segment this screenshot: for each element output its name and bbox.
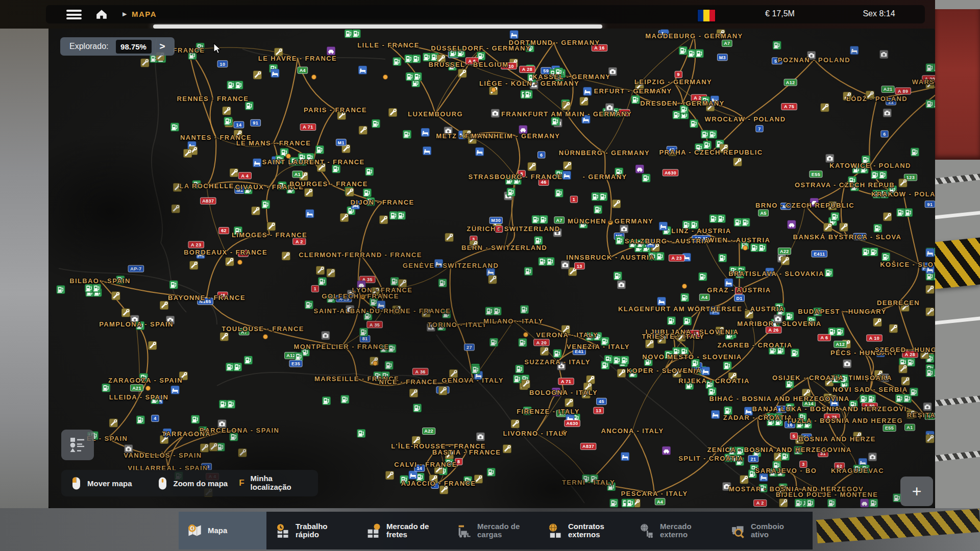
road-badge-red[interactable]: 62 <box>835 463 845 469</box>
service-station-icon[interactable] <box>412 436 421 445</box>
rest-stop-icon[interactable] <box>271 69 279 78</box>
service-station-icon[interactable] <box>488 275 497 284</box>
city-dot[interactable] <box>743 246 748 251</box>
road-badge-green[interactable]: E55 <box>883 425 896 432</box>
fuel-station-icon[interactable] <box>327 294 335 303</box>
fuel-station-icon[interactable] <box>648 252 657 261</box>
dealer-icon[interactable] <box>519 125 527 134</box>
service-station-icon[interactable] <box>230 168 238 177</box>
rest-stop-icon[interactable] <box>711 410 720 419</box>
road-badge-blue[interactable]: 51 <box>772 58 782 64</box>
fuel-station-icon[interactable] <box>305 300 313 309</box>
fuel-station-icon[interactable] <box>680 105 689 114</box>
fuel-station-icon[interactable] <box>910 388 918 396</box>
speed-camera-icon[interactable] <box>217 419 226 428</box>
fuel-station-icon[interactable] <box>555 189 564 197</box>
service-station-icon[interactable] <box>429 474 438 483</box>
fuel-station-icon[interactable] <box>620 356 629 365</box>
rest-stop-icon[interactable] <box>760 473 768 482</box>
road-badge-red[interactable]: 9 <box>735 287 742 294</box>
fuel-station-icon[interactable] <box>824 268 833 277</box>
rest-stop-icon[interactable] <box>475 147 484 156</box>
fuel-station-icon[interactable] <box>672 347 681 356</box>
rest-stop-icon[interactable] <box>351 201 360 209</box>
fuel-station-icon[interactable] <box>807 316 816 325</box>
speed-camera-icon[interactable] <box>427 323 435 332</box>
fuel-station-icon[interactable] <box>852 165 861 173</box>
service-station-icon[interactable] <box>173 183 182 192</box>
fuel-station-icon[interactable] <box>934 368 936 377</box>
road-badge-blue[interactable]: N165 <box>198 298 213 305</box>
speed-camera-icon[interactable] <box>166 316 175 324</box>
road-badge-red[interactable]: 1 <box>570 196 577 203</box>
road-badge-blue[interactable]: 6 <box>881 131 888 137</box>
road-badge-green[interactable]: A21 <box>881 86 894 92</box>
fuel-station-icon[interactable] <box>734 218 743 227</box>
speed-camera-icon[interactable] <box>321 331 330 340</box>
fuel-station-icon[interactable] <box>523 407 532 415</box>
fuel-station-icon[interactable] <box>690 220 699 229</box>
road-badge-red[interactable]: 31 <box>818 450 828 457</box>
fuel-station-icon[interactable] <box>827 499 836 508</box>
fuel-station-icon[interactable] <box>345 30 353 38</box>
tab-mercado-de-cargas[interactable]: Mercado de cargas <box>448 512 539 549</box>
fuel-station-icon[interactable] <box>798 413 807 421</box>
tab-mercado-de-fretes[interactable]: Mercado de fretes <box>357 512 448 549</box>
city-dot[interactable] <box>492 88 496 92</box>
road-badge-blue[interactable]: 14 <box>414 465 425 471</box>
fuel-station-icon[interactable] <box>359 328 368 336</box>
service-station-icon[interactable] <box>926 80 935 89</box>
service-station-icon[interactable] <box>304 188 313 197</box>
fuel-station-icon[interactable] <box>599 192 607 201</box>
road-badge-blue[interactable]: AP-7 <box>128 265 144 272</box>
home-icon[interactable] <box>95 8 108 20</box>
rest-stop-icon[interactable] <box>562 171 571 180</box>
fuel-station-icon[interactable] <box>191 415 200 423</box>
service-station-icon[interactable] <box>253 70 262 79</box>
fuel-station-icon[interactable] <box>381 371 390 380</box>
fuel-station-icon[interactable] <box>380 344 388 353</box>
fuel-station-icon[interactable] <box>234 227 242 235</box>
rest-stop-icon[interactable] <box>253 159 261 167</box>
fuel-station-icon[interactable] <box>298 153 307 162</box>
fuel-station-icon[interactable] <box>853 465 862 473</box>
fuel-station-icon[interactable] <box>667 316 676 325</box>
service-station-icon[interactable] <box>225 257 234 266</box>
service-station-icon[interactable] <box>843 92 851 101</box>
service-station-icon[interactable] <box>317 163 326 172</box>
road-badge-blue[interactable]: 91 <box>251 119 261 126</box>
fuel-station-icon[interactable] <box>795 499 803 508</box>
service-station-icon[interactable] <box>438 387 447 395</box>
fuel-station-icon[interactable] <box>612 356 621 365</box>
road-badge-red[interactable]: A 26 <box>766 327 781 333</box>
road-badge-green[interactable]: A7 <box>239 329 249 335</box>
fuel-station-icon[interactable] <box>278 182 286 190</box>
fuel-station-icon[interactable] <box>926 368 935 377</box>
fuel-station-icon[interactable] <box>230 433 238 441</box>
service-station-icon[interactable] <box>906 410 915 419</box>
rest-stop-icon[interactable] <box>766 268 774 277</box>
service-station-icon[interactable] <box>398 279 407 288</box>
fuel-station-icon[interactable] <box>442 310 451 318</box>
road-badge-green[interactable]: A1 <box>292 171 303 178</box>
fuel-station-icon[interactable] <box>518 338 527 347</box>
dealer-icon[interactable] <box>327 46 335 55</box>
fuel-station-icon[interactable] <box>642 173 650 182</box>
fuel-station-icon[interactable] <box>315 145 324 154</box>
fuel-station-icon[interactable] <box>57 285 65 294</box>
road-badge-red[interactable]: 9 <box>675 71 682 78</box>
fuel-station-icon[interactable] <box>708 387 717 396</box>
fuel-station-icon[interactable] <box>322 396 331 405</box>
speed-camera-icon[interactable] <box>608 67 617 76</box>
road-badge-red[interactable]: 8 <box>455 458 462 465</box>
fuel-station-icon[interactable] <box>471 365 480 374</box>
fuel-station-icon[interactable] <box>781 452 790 461</box>
fuel-station-icon[interactable] <box>374 371 382 380</box>
road-badge-red[interactable]: 1 <box>311 285 318 292</box>
service-station-icon[interactable] <box>346 188 354 196</box>
fuel-station-icon[interactable] <box>830 212 839 221</box>
speed-camera-icon[interactable] <box>807 51 816 60</box>
city-dot[interactable] <box>562 431 567 435</box>
speed-camera-icon[interactable] <box>617 280 626 289</box>
road-badge-red[interactable]: A 16 <box>592 44 607 51</box>
